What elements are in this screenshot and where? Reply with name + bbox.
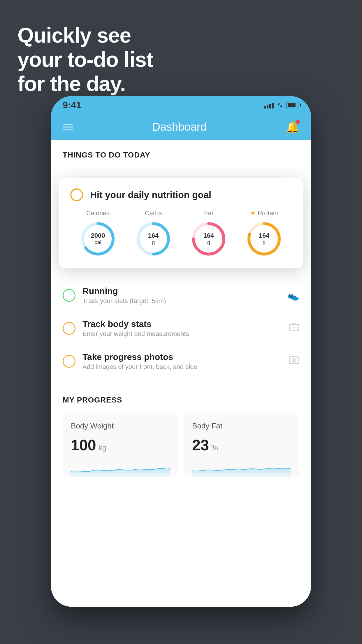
todo-subtitle-running: Track your stats (target: 5km) (82, 297, 281, 305)
body-weight-value: 100 (71, 436, 96, 454)
hero-text: Quickly see your to-do list for the day. (17, 23, 153, 96)
todo-checkbox-running[interactable] (63, 289, 75, 302)
todo-checkbox-body-stats[interactable] (63, 322, 75, 335)
nutrition-card-title: Hit your daily nutrition goal (90, 190, 211, 200)
nutrition-circles: Calories 2000 cal Carbs (70, 209, 292, 258)
protein-unit: g (259, 239, 270, 246)
nav-bar: Dashboard 🔔 (51, 114, 311, 140)
carbs-value: 164 (148, 232, 159, 239)
calories-label: Calories (86, 209, 110, 217)
carbs-label: Carbs (145, 209, 162, 217)
protein-label: Protein (258, 209, 278, 217)
fat-unit: g (203, 239, 214, 246)
todo-list: Running Track your stats (target: 5km) 👟… (51, 279, 311, 378)
battery-icon (287, 102, 299, 108)
calories-value: 2000 (91, 232, 105, 239)
svg-point-13 (293, 359, 295, 361)
status-icons: ∿ (264, 101, 299, 109)
carbs-donut: 164 g (134, 220, 172, 258)
todo-title-progress-photos: Take progress photos (82, 352, 282, 362)
notification-bell[interactable]: 🔔 (286, 120, 299, 133)
body-weight-card: Body Weight 100 kg (63, 413, 178, 477)
protein-donut: 164 g (245, 220, 283, 258)
nutrition-protein: ★ Protein 164 g (245, 209, 283, 258)
fat-donut: 164 g (190, 220, 228, 258)
status-bar: 9:41 ∿ (51, 96, 311, 114)
todo-item-body-stats[interactable]: Track body stats Enter your weight and m… (51, 312, 311, 345)
protein-value: 164 (259, 232, 270, 239)
nutrition-fat: Fat 164 g (190, 209, 228, 258)
phone-frame: 9:41 ∿ Dashboard 🔔 THI (51, 96, 311, 607)
nav-title: Dashboard (152, 121, 207, 133)
nutrition-carbs: Carbs 164 g (134, 209, 172, 258)
progress-cards: Body Weight 100 kg (63, 413, 299, 477)
today-section-header: THINGS TO DO TODAY (51, 140, 311, 165)
body-weight-chart (71, 460, 170, 477)
scale-icon (289, 322, 299, 335)
todo-checkbox-progress-photos[interactable] (63, 355, 75, 368)
hamburger-menu[interactable] (63, 124, 73, 130)
todo-subtitle-body-stats: Enter your weight and measurements (82, 330, 282, 338)
body-weight-title: Body Weight (71, 421, 170, 430)
todo-text-progress-photos: Take progress photos Add images of your … (82, 352, 282, 371)
body-fat-unit: % (211, 443, 218, 452)
body-fat-title: Body Fat (192, 421, 291, 430)
nutrition-card: Hit your daily nutrition goal Calories 2… (59, 178, 303, 268)
wifi-icon: ∿ (277, 101, 283, 109)
progress-section-header: MY PROGRESS (63, 396, 299, 405)
todo-item-running[interactable]: Running Track your stats (target: 5km) 👟 (51, 279, 311, 312)
nutrition-checkbox[interactable] (70, 188, 83, 201)
todo-text-body-stats: Track body stats Enter your weight and m… (82, 319, 282, 338)
body-fat-chart (192, 460, 291, 477)
todo-title-body-stats: Track body stats (82, 319, 282, 329)
calories-donut: 2000 cal (79, 220, 117, 258)
todo-title-running: Running (82, 286, 281, 296)
todo-item-progress-photos[interactable]: Take progress photos Add images of your … (51, 345, 311, 378)
notification-dot (296, 120, 300, 124)
calories-unit: cal (91, 239, 105, 246)
fat-label: Fat (204, 209, 213, 217)
carbs-unit: g (148, 239, 159, 246)
content-area: THINGS TO DO TODAY Hit your daily nutrit… (51, 140, 311, 607)
nutrition-calories: Calories 2000 cal (79, 209, 117, 258)
progress-section: MY PROGRESS Body Weight 100 kg (51, 384, 311, 489)
photo-icon (289, 355, 299, 368)
todo-subtitle-progress-photos: Add images of your front, back, and side (82, 363, 282, 371)
body-fat-value: 23 (192, 436, 209, 454)
status-time: 9:41 (63, 100, 81, 111)
protein-star-icon: ★ (250, 209, 256, 217)
running-icon: 👟 (288, 290, 299, 301)
body-weight-unit: kg (99, 443, 106, 452)
body-fat-card: Body Fat 23 % (184, 413, 299, 477)
fat-value: 164 (203, 232, 214, 239)
signal-icon (264, 102, 274, 108)
todo-text-running: Running Track your stats (target: 5km) (82, 286, 281, 305)
